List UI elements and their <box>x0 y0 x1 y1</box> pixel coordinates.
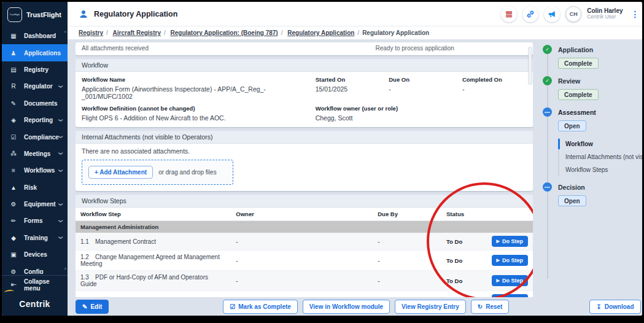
stepper-item: ••• Assessment Open WorkflowInternal Att… <box>543 107 642 176</box>
view-registry-entry-button[interactable]: View Registry Entry <box>395 300 466 314</box>
sidebar-item-regulator[interactable]: R Regulator ❯ <box>2 78 68 95</box>
stepper-item-decision[interactable]: Decision <box>558 184 585 191</box>
sidebar-scroll-down-icon[interactable]: ▾ <box>64 267 66 271</box>
add-attachment-button[interactable]: + Add Attachment <box>88 166 153 179</box>
breadcrumb-link[interactable]: Registry <box>79 29 103 36</box>
user-meta: Colin Harley Centrik User <box>587 7 623 20</box>
column-header-status[interactable]: Status <box>441 208 533 221</box>
sidebar-item-forms[interactable]: ✏ Forms ❯ <box>2 212 68 229</box>
sidebar-item-compliance[interactable]: ☑ Compliance ❯ <box>2 128 68 145</box>
status-badge[interactable]: Open <box>558 120 586 131</box>
collapse-label: Collapse menu <box>24 278 68 292</box>
sidebar-item-label: Config <box>24 268 59 274</box>
chevron-down-icon: ❯ <box>58 236 63 239</box>
mark-as-complete-button[interactable]: ☑Mark as Complete <box>223 300 298 314</box>
user-avatar[interactable]: CH <box>565 6 581 22</box>
sidebar-item-applications[interactable]: ♟ Applications ❯ <box>2 44 68 61</box>
sidebar-item-equipment[interactable]: ⚙ Equipment ❯ <box>2 196 68 212</box>
attachment-dropzone[interactable]: + Add Attachment or drag and drop files <box>82 160 233 185</box>
column-header-due-by[interactable]: Due By <box>373 208 441 221</box>
sidebar-item-label: Reporting <box>24 117 59 123</box>
download-button[interactable]: ↧Download <box>589 300 640 314</box>
stepper-subitem[interactable]: Workflow <box>559 138 642 150</box>
sidebar-item-label: Risk <box>24 184 59 191</box>
status-badge[interactable]: Complete <box>558 58 599 69</box>
workflow-name-label: Workflow Name <box>82 76 316 83</box>
sidebar-item-label: Workflows <box>24 167 59 174</box>
edit-button[interactable]: ✎Edit <box>76 300 109 314</box>
status-badge: To Do <box>446 297 462 298</box>
meetings-icon: ⁂ <box>8 150 19 157</box>
check-circle-icon: ✓ <box>543 76 552 85</box>
queue-button[interactable]: ≣ <box>501 6 517 22</box>
table-row: 1.3PDF or Hard-Copy of AFM and Operators… <box>76 271 533 291</box>
breadcrumb-link[interactable]: Aircraft Registry <box>113 29 161 36</box>
announcement-button[interactable] <box>544 6 560 22</box>
sidebar-item-reporting[interactable]: ◈ Reporting ❯ <box>2 112 68 128</box>
do-step-button[interactable]: ▶Do Step <box>492 294 528 297</box>
do-step-button[interactable]: ▶Do Step <box>492 255 528 266</box>
breadcrumb-separator: / <box>357 29 359 36</box>
breadcrumb-separator: / <box>281 29 283 36</box>
devices-icon: ▣ <box>8 251 19 258</box>
top-bar: Regulatory Application ≣ CH Colin Harley… <box>68 2 642 26</box>
chevron-down-icon: ❯ <box>58 219 63 223</box>
stepper-item-application[interactable]: Application <box>558 46 593 53</box>
sidebar-item-config[interactable]: ⚙ Config ❯ <box>2 263 68 274</box>
table-row: 1.2Change Management Agreed at Managemen… <box>76 251 533 271</box>
stepper-subitem[interactable]: Internal Attachments (not vis... <box>559 150 642 163</box>
stepper-item-review[interactable]: Review <box>558 77 580 85</box>
do-step-button[interactable]: ▶Do Step <box>492 236 528 247</box>
breadcrumb-link[interactable]: Regulatory Application: (Boeing 787) <box>171 29 278 36</box>
download-icon: ↧ <box>596 303 601 310</box>
status-badge[interactable]: Complete <box>558 89 599 100</box>
compliance-icon: ☑ <box>8 134 19 141</box>
stepper-item-assessment[interactable]: Assessment <box>558 109 596 116</box>
overflow-menu-icon[interactable]: ⋮ <box>629 9 642 19</box>
sidebar-item-dashboard[interactable]: ▦ Dashboard ❯ <box>2 28 68 44</box>
sidebar-item-training[interactable]: ◆ Training ❯ <box>2 230 68 246</box>
workflow-owner-label: Workflow owner (user or role) <box>316 105 527 112</box>
stepper-item: ••• Decision Open <box>543 182 642 208</box>
stepper-subitem[interactable]: Workflow Steps <box>559 163 642 176</box>
sidebar-item-label: Forms <box>24 217 59 224</box>
collapse-icon: ⇤ <box>8 281 19 289</box>
application-person-icon <box>79 9 88 19</box>
sidebar-item-registry[interactable]: ▤ Registry ❯ <box>2 61 68 78</box>
column-header-workflow-step[interactable]: Workflow Step <box>76 208 231 221</box>
brand-logo[interactable]: TrustFlight TrustFlight <box>2 2 68 28</box>
drop-hint-text: or drag and drop files <box>158 169 217 176</box>
risk-icon: ▲ <box>8 184 19 191</box>
sidebar: TrustFlight TrustFlight ▴ ▦ Dashboard ❯ … <box>2 2 68 316</box>
content-scroll-region: All attachments received Ready to proces… <box>76 40 533 297</box>
paperclip-icon: ✎ <box>8 100 19 107</box>
column-header-owner[interactable]: Owner <box>231 208 373 221</box>
sidebar-item-risk[interactable]: ▲ Risk ❯ <box>2 179 68 196</box>
no-attachments-text: There are no associated attachments. <box>82 147 527 155</box>
sidebar-item-devices[interactable]: ▣ Devices ❯ <box>2 246 68 263</box>
sidebar-item-label: Meetings <box>24 150 59 157</box>
refresh-icon: ↻ <box>478 303 483 310</box>
workflow-name-value: Application Form (Airworthiness Inspecto… <box>82 85 316 100</box>
breadcrumb-link[interactable]: Regulatory Application <box>287 29 354 36</box>
do-step-button[interactable]: ▶Do Step <box>492 275 528 286</box>
reset-button[interactable]: ↻Reset <box>471 300 510 314</box>
checkbox-icon: ☑ <box>230 303 235 310</box>
sidebar-item-workflows[interactable]: ≡ Workflows ❯ <box>2 162 68 179</box>
shield-icon: ◈ <box>8 117 19 123</box>
sidebar-scroll-up-icon[interactable]: ▴ <box>64 29 66 34</box>
sidebar-item-label: Dashboard <box>24 33 59 39</box>
app-window: TrustFlight TrustFlight ▴ ▦ Dashboard ❯ … <box>2 2 642 316</box>
forms-icon: ✏ <box>8 217 19 224</box>
main-column: Regulatory Application ≣ CH Colin Harley… <box>68 2 642 316</box>
completed-on-value: - <box>462 85 527 93</box>
status-badge[interactable]: Open <box>558 195 586 206</box>
sidebar-item-documents[interactable]: ✎ Documents ❯ <box>2 95 68 112</box>
link-button[interactable] <box>522 6 538 22</box>
workflow-definition-label: Workflow Definition (cannot be changed) <box>82 105 316 112</box>
view-in-workflow-module-button[interactable]: View in Workflow module <box>303 300 390 314</box>
content-scrollbar[interactable] <box>529 47 532 84</box>
workflow-panel-title: Workflow <box>76 59 533 72</box>
sidebar-item-meetings[interactable]: ⁂ Meetings ❯ <box>2 146 68 162</box>
play-icon: ▶ <box>497 278 500 283</box>
